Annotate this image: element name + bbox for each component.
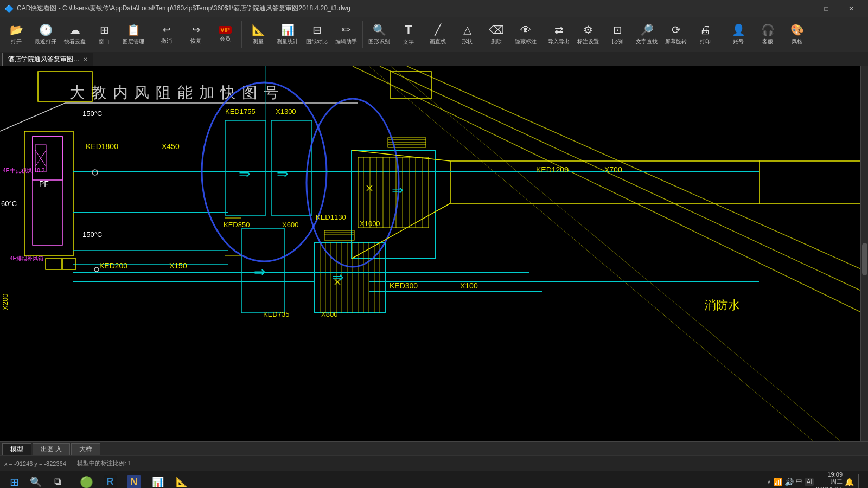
coordinates-display: x = -91246 y = -822364 bbox=[4, 460, 66, 467]
tray-wifi-icon: 📶 bbox=[773, 478, 782, 486]
svg-text:KED200: KED200 bbox=[99, 261, 127, 270]
tool-cloud[interactable]: ☁ 快看云盘 bbox=[61, 19, 89, 50]
tool-scale-label: 比例 bbox=[612, 38, 623, 46]
svg-text:X1300: X1300 bbox=[276, 107, 296, 115]
minimize-button[interactable]: ─ bbox=[789, 0, 814, 17]
taskview-icon: ⧉ bbox=[54, 476, 61, 487]
tool-import-export-label: 导入导出 bbox=[548, 38, 570, 46]
tool-measure[interactable]: 📐 测量 bbox=[244, 19, 272, 50]
tool-text-search[interactable]: 🔎 文字查找 bbox=[633, 19, 661, 50]
svg-text:X800: X800 bbox=[321, 310, 337, 318]
tool-measure-label: 测量 bbox=[253, 38, 264, 46]
tray-volume-icon[interactable]: 🔊 bbox=[784, 478, 794, 486]
tab-label: 酒店学院通风答复审图… bbox=[8, 55, 80, 64]
svg-text:KED300: KED300 bbox=[390, 281, 418, 290]
taskbar: ⊞ 🔍 ⧉ 🟢 R N 📊 📐 ∧ 📶 🔊 中 Ai 19:09 周二 202 bbox=[0, 471, 868, 488]
tool-redo[interactable]: ↪ 恢复 bbox=[182, 19, 210, 50]
layout-tab-model[interactable]: 模型 bbox=[2, 443, 31, 455]
system-clock[interactable]: 19:09 周二 2021/5/11 bbox=[816, 471, 843, 488]
tool-recent[interactable]: 🕐 最近打开 bbox=[31, 19, 60, 50]
shape-icon: △ bbox=[463, 23, 471, 36]
tool-line[interactable]: ╱ 画直线 bbox=[424, 19, 452, 50]
layout-tab-layout2[interactable]: 大样 bbox=[71, 443, 100, 455]
tool-compare[interactable]: ⊟ 图纸对比 bbox=[303, 19, 331, 50]
separator-4 bbox=[542, 21, 542, 48]
search-icon: 🔍 bbox=[30, 476, 42, 488]
svg-text:⇒: ⇒ bbox=[239, 166, 251, 182]
tool-window[interactable]: ⊞ 窗口 bbox=[90, 19, 118, 50]
dim-settings-icon: ⚙ bbox=[583, 23, 593, 36]
layout-tab-layout1[interactable]: 出图 入 bbox=[33, 443, 70, 455]
tool-support[interactable]: 🎧 客服 bbox=[754, 19, 782, 50]
tool-text[interactable]: T 文字 bbox=[394, 19, 423, 50]
window-title: CAD快速看图 - C:\Users\麦敏传\AppData\Local\Tem… bbox=[17, 4, 350, 13]
tab-main-drawing[interactable]: 酒店学院通风答复审图… ✕ bbox=[2, 53, 93, 66]
redo-icon: ↪ bbox=[192, 24, 200, 36]
tool-erase[interactable]: ⌫ 删除 bbox=[482, 19, 510, 50]
taskview-button[interactable]: ⧉ bbox=[46, 471, 69, 489]
close-button[interactable]: ✕ bbox=[839, 0, 864, 17]
tool-dim-settings-label: 标注设置 bbox=[577, 38, 599, 46]
tool-import-export[interactable]: ⇄ 导入导出 bbox=[545, 19, 573, 50]
taskbar-app-cad-viewer[interactable]: 📐 bbox=[170, 471, 194, 489]
jianzhuyunke-icon: 🟢 bbox=[80, 476, 93, 489]
taskbar-app-hotel-mgmt[interactable]: 📊 bbox=[146, 471, 170, 489]
svg-rect-27 bbox=[241, 229, 285, 313]
svg-rect-48 bbox=[315, 242, 385, 313]
tool-style[interactable]: 🎨 风格 bbox=[783, 19, 811, 50]
notification-icon[interactable]: 🔔 bbox=[845, 478, 854, 486]
style-icon: 🎨 bbox=[790, 23, 804, 36]
separator-1 bbox=[150, 21, 150, 48]
tool-shape-recog-label: 图形识别 bbox=[368, 38, 390, 46]
svg-rect-26 bbox=[271, 120, 312, 215]
svg-text:X100: X100 bbox=[460, 281, 478, 290]
search-button[interactable]: 🔍 bbox=[26, 471, 46, 489]
scale-info: 模型中的标注比例: 1 bbox=[77, 459, 131, 467]
tray-ime-label[interactable]: 中 bbox=[796, 477, 802, 486]
import-export-icon: ⇄ bbox=[554, 23, 564, 36]
taskbar-app-revit[interactable]: R bbox=[98, 471, 122, 489]
window-controls: ─ □ ✕ bbox=[789, 0, 864, 17]
tool-measure-stat[interactable]: 📊 测量统计 bbox=[273, 19, 302, 50]
cad-drawing-svg: 大 教 内 风 阻 能 加 快 图 号 bbox=[0, 66, 868, 441]
svg-rect-6 bbox=[450, 161, 760, 203]
show-desktop-button[interactable] bbox=[858, 474, 861, 489]
tool-undo[interactable]: ↩ 撤消 bbox=[152, 19, 181, 50]
status-bar: x = -91246 y = -822364 模型中的标注比例: 1 bbox=[0, 455, 868, 471]
recent-icon: 🕐 bbox=[39, 23, 53, 36]
tool-shape[interactable]: △ 形状 bbox=[453, 19, 481, 50]
taskbar-app-n[interactable]: N bbox=[122, 471, 146, 489]
tool-shape-recog[interactable]: 🔍 图形识别 bbox=[365, 19, 393, 50]
maximize-button[interactable]: □ bbox=[814, 0, 839, 17]
svg-text:60°C: 60°C bbox=[1, 200, 17, 208]
tool-scale[interactable]: ⊡ 比例 bbox=[603, 19, 631, 50]
tool-open[interactable]: 📂 打开 bbox=[2, 19, 30, 50]
svg-line-4 bbox=[369, 66, 814, 441]
start-button[interactable]: ⊞ bbox=[2, 471, 26, 489]
scroll-bar-right[interactable] bbox=[860, 66, 868, 441]
taskbar-app-jianzhuyunke[interactable]: 🟢 bbox=[74, 471, 98, 489]
tray-ime2-label[interactable]: Ai bbox=[805, 478, 814, 486]
tool-screen-rotate[interactable]: ⟳ 屏幕旋转 bbox=[662, 19, 690, 50]
tool-vip[interactable]: VIP 会员 bbox=[211, 19, 239, 50]
erase-icon: ⌫ bbox=[489, 23, 504, 36]
tool-compare-label: 图纸对比 bbox=[306, 38, 328, 46]
cad-canvas-area[interactable]: 大 教 内 风 阻 能 加 快 图 号 bbox=[0, 66, 868, 441]
svg-text:150°C: 150°C bbox=[82, 110, 102, 118]
tab-close-button[interactable]: ✕ bbox=[83, 56, 87, 62]
svg-line-3 bbox=[353, 66, 868, 316]
tool-hide-label[interactable]: 👁 隐藏标注 bbox=[512, 19, 540, 50]
tool-dim-settings[interactable]: ⚙ 标注设置 bbox=[574, 19, 602, 50]
svg-text:4F排烟补风箱: 4F排烟补风箱 bbox=[10, 255, 43, 261]
svg-line-61 bbox=[367, 185, 372, 191]
tool-account[interactable]: 👤 账号 bbox=[724, 19, 752, 50]
window-icon: ⊞ bbox=[100, 23, 109, 36]
tool-layers[interactable]: 📋 图层管理 bbox=[119, 19, 148, 50]
revit-icon: R bbox=[104, 475, 117, 488]
clock-day: 周二 bbox=[831, 478, 843, 486]
tray-hide-arrow[interactable]: ∧ bbox=[767, 479, 771, 485]
tool-shape-label: 形状 bbox=[462, 38, 473, 46]
tool-print[interactable]: 🖨 打印 bbox=[691, 19, 719, 50]
tool-edit-helper[interactable]: ✏ 编辑助手 bbox=[332, 19, 360, 50]
layout-tabs: 模型 出图 入 大样 bbox=[0, 441, 868, 455]
